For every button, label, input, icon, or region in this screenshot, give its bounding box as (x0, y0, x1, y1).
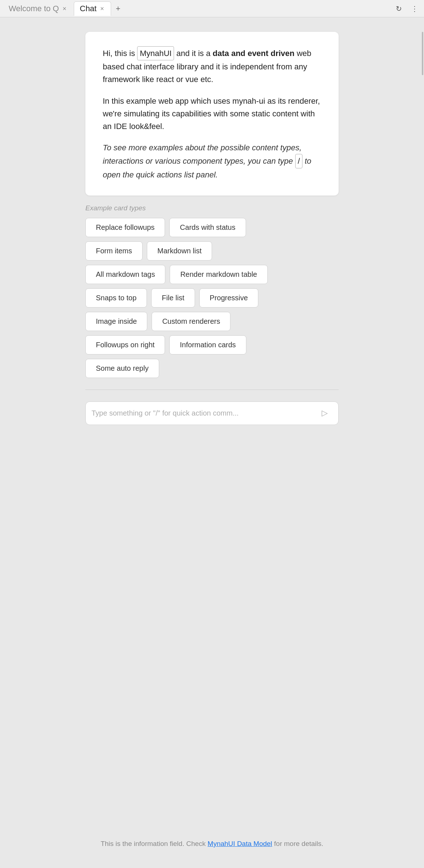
welcome-card: Hi, this is MynahUI and it is a data and… (85, 32, 339, 195)
mynah-badge: MynahUI (137, 46, 174, 60)
chat-input[interactable] (92, 405, 314, 422)
btn-cards-with-status[interactable]: Cards with status (169, 218, 246, 237)
add-tab-icon: + (116, 4, 120, 13)
tab-welcome-label: Welcome to Q (9, 4, 59, 13)
add-tab-button[interactable]: + (112, 2, 125, 15)
btn-information-cards[interactable]: Information cards (169, 335, 246, 354)
menu-icon: ⋮ (411, 4, 418, 13)
footer-text: This is the information field. Check (101, 840, 205, 847)
btn-render-markdown-table[interactable]: Render markdown table (170, 265, 267, 284)
welcome-bold-text: data and event driven (213, 49, 294, 58)
welcome-intro-text: Hi, this is (103, 49, 135, 58)
tab-bar-actions: ↻ ⋮ (392, 2, 421, 15)
menu-button[interactable]: ⋮ (408, 2, 421, 15)
btn-snaps-to-top[interactable]: Snaps to top (85, 288, 147, 308)
main-content: Hi, this is MynahUI and it is a data and… (0, 17, 424, 868)
welcome-italic-paragraph: To see more examples about the possible … (103, 141, 321, 181)
btn-file-list[interactable]: File list (151, 288, 195, 308)
italic-text-1: To see more examples about the possible … (103, 143, 302, 166)
slash-badge: / (295, 154, 302, 168)
btn-form-items[interactable]: Form items (85, 241, 143, 261)
footer-text2: for more details. (274, 840, 323, 847)
button-row-0: Replace followups Cards with status (85, 218, 339, 237)
chat-divider (85, 390, 339, 390)
send-icon: ▷ (322, 408, 328, 418)
bottom-spacer (85, 434, 339, 822)
tab-chat[interactable]: Chat × (74, 1, 111, 16)
btn-markdown-list[interactable]: Markdown list (147, 241, 212, 261)
footer-info: This is the information field. Check Myn… (85, 831, 339, 859)
btn-some-auto-reply[interactable]: Some auto reply (85, 359, 159, 378)
button-grid: Replace followups Cards with status Form… (85, 218, 339, 378)
tab-chat-close[interactable]: × (99, 5, 105, 13)
button-row-2: All markdown tags Render markdown table (85, 265, 339, 284)
button-row-5: Followups on right Information cards (85, 335, 339, 354)
tab-bar: Welcome to Q × Chat × + ↻ ⋮ (0, 0, 424, 17)
refresh-button[interactable]: ↻ (392, 2, 405, 15)
btn-image-inside[interactable]: Image inside (85, 312, 147, 331)
example-section: Example card types Replace followups Car… (85, 204, 339, 378)
btn-replace-followups[interactable]: Replace followups (85, 218, 165, 237)
btn-progressive[interactable]: Progressive (199, 288, 259, 308)
example-section-label: Example card types (85, 204, 339, 212)
btn-custom-renderers[interactable]: Custom renderers (152, 312, 230, 331)
scrollbar-track[interactable] (421, 32, 424, 140)
tab-chat-label: Chat (80, 4, 97, 13)
welcome-and-text: and it is a (177, 49, 213, 58)
chat-input-area: ▷ (85, 401, 339, 425)
btn-followups-on-right[interactable]: Followups on right (85, 335, 165, 354)
chat-container: Hi, this is MynahUI and it is a data and… (85, 32, 339, 859)
button-row-3: Snaps to top File list Progressive (85, 288, 339, 308)
button-row-4: Image inside Custom renderers (85, 312, 339, 331)
btn-all-markdown-tags[interactable]: All markdown tags (85, 265, 165, 284)
welcome-intro-paragraph: Hi, this is MynahUI and it is a data and… (103, 46, 321, 86)
button-row-6: Some auto reply (85, 359, 339, 378)
send-button[interactable]: ▷ (317, 405, 332, 421)
welcome-paragraph2: In this example web app which uses mynah… (103, 95, 321, 133)
tab-welcome-close[interactable]: × (62, 5, 67, 13)
tab-welcome[interactable]: Welcome to Q × (3, 1, 73, 16)
button-row-1: Form items Markdown list (85, 241, 339, 261)
footer-link[interactable]: MynahUI Data Model (208, 840, 272, 847)
scrollbar-thumb[interactable] (422, 32, 423, 75)
refresh-icon: ↻ (396, 4, 402, 13)
